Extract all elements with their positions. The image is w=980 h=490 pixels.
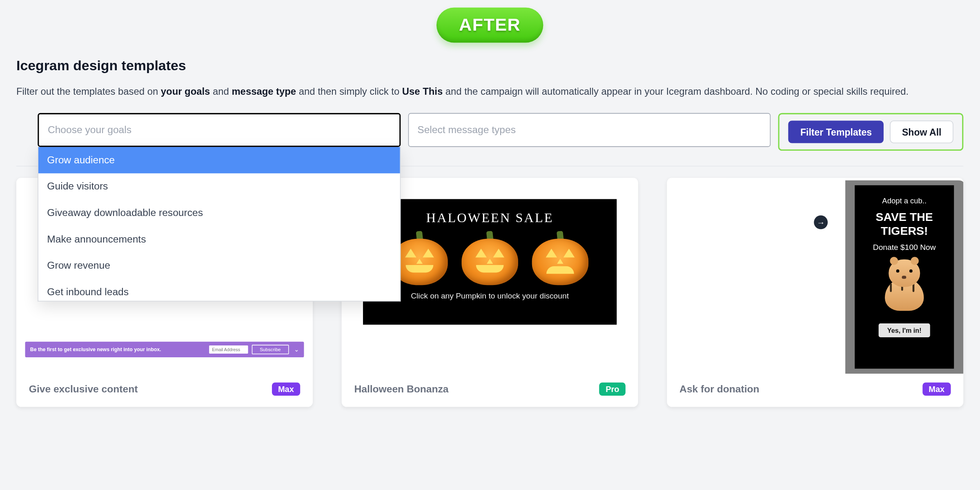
plan-badge-max: Max — [922, 383, 951, 396]
preview-donation-wrap: → Adopt a cub.. SAVE THE TIGERS! Donate … — [667, 180, 963, 374]
desc-text: Filter out the templates based on — [16, 86, 161, 97]
types-select[interactable] — [408, 113, 771, 147]
preview-cta-button: Yes, I'm in! — [878, 324, 930, 338]
page-body: Icegram design templates Filter out the … — [0, 47, 980, 407]
preview-subscribe-button: Subscribe — [252, 345, 289, 354]
chevron-down-icon: ⌄ — [294, 346, 299, 353]
goals-option[interactable]: Get inbound leads — [38, 279, 400, 301]
goals-option[interactable]: Giveaway downloadable resources — [38, 200, 400, 226]
arrow-right-icon: → — [814, 216, 828, 229]
preview-subtext: Click on any Pumpkin to unlock your disc… — [363, 292, 617, 301]
card-footer: Ask for donation Max — [667, 374, 963, 407]
card-title: Halloween Bonanza — [354, 383, 448, 395]
preview-donate-text: Donate $100 Now — [873, 243, 936, 252]
goals-option[interactable]: Grow audience — [38, 147, 400, 174]
card-title: Ask for donation — [679, 383, 759, 395]
preview-subscribe-bar: Be the first to get exclusive news right… — [25, 342, 304, 357]
desc-text: and the campaign will automatically appe… — [443, 86, 909, 97]
plan-badge-pro: Pro — [599, 383, 626, 396]
types-input[interactable] — [408, 113, 771, 147]
goals-dropdown: Grow audienceGuide visitorsGiveaway down… — [38, 147, 400, 301]
preview-donation-panel: Adopt a cub.. SAVE THE TIGERS! Donate $1… — [855, 185, 954, 369]
page-description: Filter out the templates based on your g… — [16, 84, 963, 99]
template-card[interactable]: → Adopt a cub.. SAVE THE TIGERS! Donate … — [667, 178, 963, 407]
goals-input[interactable] — [38, 113, 400, 147]
show-all-button[interactable]: Show All — [890, 120, 953, 143]
pumpkin-icon — [532, 231, 588, 285]
plan-badge-max: Max — [272, 383, 300, 396]
card-title: Give exclusive content — [29, 383, 138, 395]
filter-templates-button[interactable]: Filter Templates — [788, 120, 884, 143]
preview-adopt-text: Adopt a cub.. — [882, 196, 927, 205]
page-title: Icegram design templates — [16, 58, 963, 74]
pumpkin-row — [363, 231, 617, 285]
action-buttons-group: Filter Templates Show All — [778, 113, 963, 151]
banner-area: AFTER — [0, 0, 980, 47]
pumpkin-icon — [461, 231, 518, 285]
tiger-icon — [879, 260, 930, 315]
preview-bar-text: Be the first to get exclusive news right… — [30, 347, 205, 352]
after-badge: AFTER — [437, 7, 543, 42]
filter-bar: Grow audienceGuide visitorsGiveaway down… — [16, 113, 963, 151]
goals-option[interactable]: Grow revenue — [38, 252, 400, 279]
card-footer: Give exclusive content Max — [16, 374, 313, 407]
desc-text: and — [210, 86, 232, 97]
goals-select[interactable]: Grow audienceGuide visitorsGiveaway down… — [38, 113, 400, 147]
card-preview: → Adopt a cub.. SAVE THE TIGERS! Donate … — [667, 180, 963, 374]
preview-save-text: SAVE THE TIGERS! — [860, 210, 949, 238]
preview-headline: HALOWEEN SALE — [363, 210, 617, 226]
preview-halloween-banner: HALOWEEN SALE — [363, 199, 617, 325]
goals-option[interactable]: Make announcements — [38, 226, 400, 253]
desc-bold-goals: your goals — [161, 86, 210, 97]
desc-text: and then simply click to — [296, 86, 402, 97]
desc-bold-type: message type — [232, 86, 296, 97]
card-footer: Halloween Bonanza Pro — [342, 374, 638, 407]
preview-email-input: Email Address — [209, 345, 248, 354]
desc-bold-use: Use This — [402, 86, 443, 97]
preview-side-band: Adopt a cub.. SAVE THE TIGERS! Donate $1… — [845, 180, 963, 374]
goals-option[interactable]: Guide visitors — [38, 174, 400, 200]
